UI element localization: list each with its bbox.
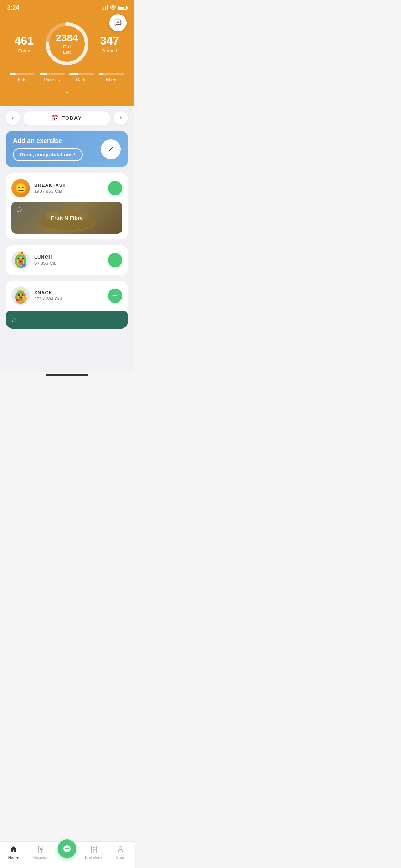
snack-food-item[interactable]: ☆ <box>6 311 128 329</box>
prev-day-button[interactable]: ‹ <box>6 111 20 125</box>
macros-row: Fats Proteins Carbs Fibers <box>7 73 127 82</box>
exercise-title: Add an exercise <box>13 137 83 145</box>
home-indicator <box>46 374 88 376</box>
signal-icon <box>102 5 108 10</box>
calorie-row: 461 Eaten 2384 Cal Left 347 Burned <box>7 21 127 67</box>
exercise-check-button[interactable]: ✓ <box>101 139 121 159</box>
prev-arrow-icon: ‹ <box>12 115 14 121</box>
svg-point-18 <box>19 254 20 255</box>
left-label: Left <box>56 50 78 55</box>
lunch-name: LUNCH <box>34 254 57 260</box>
lunch-avatar <box>11 251 30 269</box>
macro-proteins-label: Proteins <box>44 77 60 82</box>
calorie-header: 461 Eaten 2384 Cal Left 347 Burned Fats <box>0 14 134 106</box>
date-navigation: ‹ 📅 TODAY › <box>6 111 128 125</box>
battery-icon <box>118 6 127 10</box>
today-label: TODAY <box>62 115 82 121</box>
calories-left-value: 2384 <box>56 33 78 43</box>
eaten-label: Eaten <box>18 48 30 53</box>
burned-value: 347 <box>100 34 119 47</box>
svg-point-1 <box>118 22 118 22</box>
status-icons <box>102 5 127 11</box>
svg-point-14 <box>22 258 24 260</box>
lunch-card: LUNCH 0 / 853 Cal + <box>6 245 128 275</box>
breakfast-card: 😐 BREAKFAST 190 / 853 Cal + <box>6 173 128 239</box>
svg-marker-26 <box>16 289 25 291</box>
svg-point-23 <box>19 296 23 301</box>
exercise-card: Add an exercise Done, congratulations ! … <box>6 131 128 167</box>
done-congratulations-button[interactable]: Done, congratulations ! <box>13 148 83 161</box>
svg-rect-20 <box>25 264 26 266</box>
checkmark-icon: ✓ <box>107 144 114 154</box>
eaten-value: 461 <box>15 34 34 47</box>
svg-point-2 <box>119 22 119 22</box>
svg-point-17 <box>21 252 23 254</box>
next-arrow-icon: › <box>120 115 122 121</box>
status-time: 3:24 <box>7 4 19 11</box>
status-bar: 3:24 <box>0 0 134 14</box>
main-content: ‹ 📅 TODAY › Add an exercise Done, congra… <box>0 105 134 372</box>
lunch-add-button[interactable]: + <box>108 253 122 267</box>
breakfast-food-name: Fruit N Fibre <box>51 215 83 221</box>
chat-button[interactable] <box>109 14 127 31</box>
macro-carbs: Carbs <box>69 73 94 82</box>
lunch-calories: 0 / 853 Cal <box>34 260 57 266</box>
calorie-ring: 2384 Cal Left <box>44 21 90 67</box>
calendar-icon: 📅 <box>52 115 59 122</box>
expand-button[interactable]: ⌄ <box>7 87 127 95</box>
svg-point-13 <box>18 258 20 260</box>
macro-fibers-label: Fibers <box>106 77 117 82</box>
breakfast-add-button[interactable]: + <box>108 181 122 195</box>
breakfast-star-icon: ☆ <box>16 205 23 215</box>
date-picker-button[interactable]: 📅 TODAY <box>24 111 110 125</box>
breakfast-calories: 190 / 853 Cal <box>34 188 66 194</box>
macro-proteins: Proteins <box>40 73 65 82</box>
wifi-icon <box>110 5 116 11</box>
svg-point-30 <box>25 298 26 299</box>
svg-point-31 <box>16 301 26 304</box>
snack-avatar <box>11 286 30 305</box>
snack-name: SNACK <box>34 290 62 295</box>
snack-calories: 271 / 284 Cal <box>34 296 62 301</box>
burned-section: 347 Burned <box>97 34 122 53</box>
svg-point-29 <box>24 297 25 298</box>
svg-point-28 <box>23 296 27 301</box>
macro-fats: Fats <box>10 73 35 82</box>
breakfast-name: BREAKFAST <box>34 182 66 188</box>
breakfast-food-item[interactable]: ☆ Fruit N Fibre <box>11 202 122 234</box>
chevron-down-icon: ⌄ <box>64 87 70 95</box>
next-day-button[interactable]: › <box>114 111 128 125</box>
macro-fibers: Fibers <box>99 73 124 82</box>
snack-card: SNACK 271 / 284 Cal + ☆ <box>6 281 128 329</box>
cal-label: Cal <box>56 44 78 50</box>
svg-point-0 <box>117 22 117 22</box>
svg-point-24 <box>18 294 20 296</box>
snack-star-icon: ☆ <box>11 315 17 324</box>
burned-label: Burned <box>102 48 117 53</box>
macro-carbs-label: Carbs <box>76 77 87 82</box>
svg-rect-19 <box>22 264 25 267</box>
eaten-section: 461 Eaten <box>12 34 37 53</box>
breakfast-avatar: 😐 <box>11 179 30 197</box>
svg-point-25 <box>22 294 24 296</box>
snack-add-button[interactable]: + <box>108 289 122 303</box>
macro-fats-label: Fats <box>18 77 26 82</box>
